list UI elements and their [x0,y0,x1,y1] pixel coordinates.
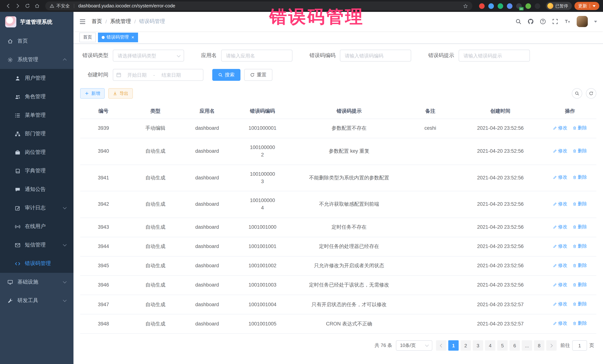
delete-button[interactable]: 删除 [573,243,587,250]
user-avatar[interactable] [577,16,588,27]
sidebar-item-online-users[interactable]: 在线用户 [0,217,73,236]
app-logo-area[interactable]: 芋道管理系统 [0,12,73,32]
edit-button[interactable]: 修改 [553,281,567,288]
extension-pin[interactable] [534,3,540,9]
error-code-type-select[interactable] [113,50,184,62]
cell-actions: 修改删除 [544,276,596,295]
app-name-input[interactable] [221,50,292,62]
sidebar-item-error-code-management[interactable]: 错误码管理 [0,254,73,273]
breadcrumb-item[interactable]: 首页 [92,18,102,25]
sidebar-item-dict-management[interactable]: 字典管理 [0,162,73,180]
delete-button[interactable]: 删除 [573,301,587,308]
sidebar-item-dept-management[interactable]: 部门管理 [0,124,73,143]
edit-button[interactable]: 修改 [553,223,567,230]
github-icon[interactable] [528,19,533,24]
page-next-button[interactable] [546,341,557,351]
sidebar-item-infrastructure[interactable]: 基础设施 [0,273,73,291]
delete-button[interactable]: 删除 [573,262,587,269]
error-code-input[interactable] [340,50,411,62]
extension-dark-on[interactable]: on [516,3,522,9]
font-size-icon[interactable] [564,19,570,24]
export-button[interactable]: 导出 [108,88,133,99]
cell-code: 100100000 3 [230,165,295,191]
profile-chip[interactable]: 已暂停 [546,2,572,10]
page-button[interactable]: 8 [534,341,544,351]
tag-active-dot [102,36,105,39]
app-title: 芋道管理系统 [20,18,52,25]
page-prev-button[interactable] [436,341,446,351]
sidebar-item-sms-management[interactable]: 短信管理 [0,236,73,254]
delete-button[interactable]: 删除 [573,124,587,132]
chevron-down-icon[interactable] [594,21,597,22]
error-code-table: 编号类型应用名错误码编码错误码提示备注创建时间操作 3939手动编辑dashbo… [80,104,596,334]
extension-green-leaf[interactable] [525,3,531,9]
end-date-input[interactable] [156,72,186,78]
delete-button[interactable]: 删除 [573,174,587,181]
tab-error-code[interactable]: 错误码管理× [98,33,138,42]
page-size-select[interactable]: 10条/页 [396,341,432,351]
extension-purple[interactable] [507,3,512,9]
page-button[interactable]: 5 [497,341,508,351]
extension-red[interactable] [479,3,485,9]
sidebar-item-menu-management[interactable]: 菜单管理 [0,106,73,124]
close-icon[interactable]: × [131,35,134,40]
add-button[interactable]: 新增 [80,88,105,99]
fullscreen-icon[interactable] [552,19,558,24]
delete-button[interactable]: 删除 [573,281,587,288]
goto-page-input[interactable] [572,341,587,351]
page-button[interactable]: 4 [485,341,495,351]
reset-button[interactable]: 重置 [244,69,272,81]
url-bar[interactable]: 不安全 dashboard.yudao.iocoder.cn/system/er… [45,1,472,10]
edit-button[interactable]: 修改 [553,200,567,208]
error-message-input[interactable] [459,50,530,62]
sidebar-item-home[interactable]: 首页 [0,32,73,50]
cell-code: 1001001003 [230,276,295,295]
cell-id: 3947 [80,295,127,314]
delete-button[interactable]: 删除 [573,223,587,230]
page-button[interactable]: 1 [448,341,459,351]
search-icon[interactable] [515,19,521,24]
hamburger-icon[interactable] [79,18,86,25]
refresh-table-button[interactable] [586,88,596,99]
sidebar-item-label: 首页 [17,38,28,44]
create-time-range-picker[interactable]: - [113,69,203,81]
cell-app: dashboard [184,314,230,334]
sidebar-item-user-management[interactable]: 用户管理 [0,69,73,88]
sidebar-item-audit-log[interactable]: 审计日志 [0,199,73,217]
forward-icon[interactable] [13,1,22,10]
sidebar-item-post-management[interactable]: 岗位管理 [0,143,73,162]
bookmark-star-icon[interactable] [463,3,468,8]
update-button[interactable]: 更新 [574,2,599,10]
breadcrumb-item[interactable]: 系统管理 [110,18,131,25]
edit-button[interactable]: 修改 [553,124,567,132]
toggle-search-button[interactable] [572,88,582,99]
edit-button[interactable]: 修改 [553,243,567,250]
error-code-type-input[interactable] [113,50,184,62]
help-icon[interactable] [540,19,546,24]
extension-blue-drop[interactable] [488,3,494,9]
page-button[interactable]: 2 [461,341,471,351]
edit-button[interactable]: 修改 [553,301,567,308]
delete-button[interactable]: 删除 [573,147,587,154]
tab-home[interactable]: 首页 [79,33,96,42]
edit-button[interactable]: 修改 [553,320,567,327]
edit-button[interactable]: 修改 [553,147,567,154]
delete-button[interactable]: 删除 [573,320,587,327]
sidebar-item-system-management[interactable]: 系统管理 [0,50,73,69]
edit-button[interactable]: 修改 [553,262,567,269]
extension-green-check[interactable] [498,3,503,9]
sidebar-item-role-management[interactable]: 角色管理 [0,88,73,106]
page-ellipsis[interactable]: ... [522,341,532,351]
sidebar-item-dev-tools[interactable]: 研发工具 [0,291,73,310]
home-icon[interactable] [33,1,42,10]
reload-icon[interactable] [23,1,32,10]
edit-button[interactable]: 修改 [553,174,567,181]
search-button[interactable]: 搜索 [212,69,241,81]
back-icon[interactable] [4,1,13,10]
page-button[interactable]: 3 [473,341,483,351]
page-button[interactable]: 6 [510,341,520,351]
start-date-input[interactable] [122,72,152,78]
delete-button[interactable]: 删除 [573,200,587,208]
cell-actions: 修改删除 [544,138,596,165]
sidebar-item-notice-announcement[interactable]: 通知公告 [0,180,73,199]
